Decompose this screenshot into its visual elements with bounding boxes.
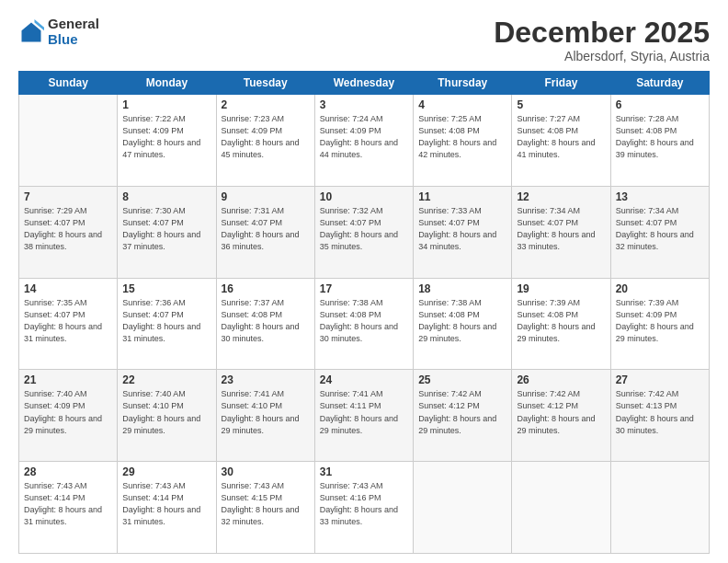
calendar-cell-4-1: 29Sunrise: 7:43 AMSunset: 4:14 PMDayligh… <box>118 462 216 554</box>
day-number: 24 <box>320 373 408 386</box>
day-detail: Sunrise: 7:32 AMSunset: 4:07 PMDaylight:… <box>320 205 408 253</box>
day-detail: Sunrise: 7:36 AMSunset: 4:07 PMDaylight:… <box>122 297 210 345</box>
calendar-cell-2-0: 14Sunrise: 7:35 AMSunset: 4:07 PMDayligh… <box>19 278 118 370</box>
day-number: 6 <box>616 98 704 111</box>
day-detail: Sunrise: 7:24 AMSunset: 4:09 PMDaylight:… <box>320 113 408 161</box>
day-number: 23 <box>222 373 310 386</box>
calendar-cell-2-4: 18Sunrise: 7:38 AMSunset: 4:08 PMDayligh… <box>414 278 512 370</box>
day-detail: Sunrise: 7:29 AMSunset: 4:07 PMDaylight:… <box>24 205 112 253</box>
calendar-cell-4-3: 31Sunrise: 7:43 AMSunset: 4:16 PMDayligh… <box>314 462 413 554</box>
day-detail: Sunrise: 7:39 AMSunset: 4:08 PMDaylight:… <box>517 297 605 345</box>
col-monday: Monday <box>118 72 216 95</box>
day-detail: Sunrise: 7:43 AMSunset: 4:14 PMDaylight:… <box>122 480 210 528</box>
day-number: 20 <box>616 282 704 295</box>
day-number: 14 <box>24 282 112 295</box>
calendar-cell-1-6: 13Sunrise: 7:34 AMSunset: 4:07 PMDayligh… <box>610 186 709 278</box>
month-title: December 2025 <box>494 17 710 49</box>
calendar-cell-1-0: 7Sunrise: 7:29 AMSunset: 4:07 PMDaylight… <box>19 186 118 278</box>
day-number: 28 <box>24 465 112 478</box>
day-number: 19 <box>517 282 605 295</box>
day-detail: Sunrise: 7:34 AMSunset: 4:07 PMDaylight:… <box>517 205 605 253</box>
col-tuesday: Tuesday <box>216 72 314 95</box>
day-detail: Sunrise: 7:23 AMSunset: 4:09 PMDaylight:… <box>222 113 310 161</box>
calendar-cell-4-0: 28Sunrise: 7:43 AMSunset: 4:14 PMDayligh… <box>19 462 118 554</box>
day-detail: Sunrise: 7:41 AMSunset: 4:10 PMDaylight:… <box>222 388 310 436</box>
day-detail: Sunrise: 7:38 AMSunset: 4:08 PMDaylight:… <box>320 297 408 345</box>
day-number: 13 <box>616 190 704 203</box>
calendar-cell-0-3: 3Sunrise: 7:24 AMSunset: 4:09 PMDaylight… <box>314 95 413 187</box>
calendar-cell-2-1: 15Sunrise: 7:36 AMSunset: 4:07 PMDayligh… <box>118 278 216 370</box>
day-number: 30 <box>222 465 310 478</box>
day-number: 2 <box>222 98 310 111</box>
day-detail: Sunrise: 7:27 AMSunset: 4:08 PMDaylight:… <box>517 113 605 161</box>
calendar-cell-2-5: 19Sunrise: 7:39 AMSunset: 4:08 PMDayligh… <box>512 278 610 370</box>
title-block: December 2025 Albersdorf, Styria, Austri… <box>494 17 710 63</box>
col-sunday: Sunday <box>19 72 118 95</box>
calendar-cell-4-2: 30Sunrise: 7:43 AMSunset: 4:15 PMDayligh… <box>216 462 314 554</box>
day-detail: Sunrise: 7:41 AMSunset: 4:11 PMDaylight:… <box>320 388 408 436</box>
calendar-cell-4-6 <box>610 462 709 554</box>
day-detail: Sunrise: 7:28 AMSunset: 4:08 PMDaylight:… <box>616 113 704 161</box>
col-thursday: Thursday <box>414 72 512 95</box>
day-number: 11 <box>418 190 506 203</box>
calendar-cell-1-5: 12Sunrise: 7:34 AMSunset: 4:07 PMDayligh… <box>512 186 610 278</box>
col-saturday: Saturday <box>610 72 709 95</box>
header: General Blue December 2025 Albersdorf, S… <box>18 17 710 63</box>
calendar-week-row-4: 28Sunrise: 7:43 AMSunset: 4:14 PMDayligh… <box>19 462 710 554</box>
day-detail: Sunrise: 7:42 AMSunset: 4:12 PMDaylight:… <box>418 388 506 436</box>
day-detail: Sunrise: 7:33 AMSunset: 4:07 PMDaylight:… <box>418 205 506 253</box>
day-number: 7 <box>24 190 112 203</box>
day-number: 8 <box>122 190 210 203</box>
day-number: 18 <box>418 282 506 295</box>
day-detail: Sunrise: 7:25 AMSunset: 4:08 PMDaylight:… <box>418 113 506 161</box>
calendar-cell-3-5: 26Sunrise: 7:42 AMSunset: 4:12 PMDayligh… <box>512 370 610 462</box>
logo-text: General Blue <box>48 17 99 47</box>
calendar-cell-0-4: 4Sunrise: 7:25 AMSunset: 4:08 PMDaylight… <box>414 95 512 187</box>
day-number: 3 <box>320 98 408 111</box>
calendar-cell-2-3: 17Sunrise: 7:38 AMSunset: 4:08 PMDayligh… <box>314 278 413 370</box>
day-detail: Sunrise: 7:37 AMSunset: 4:08 PMDaylight:… <box>222 297 310 345</box>
page: General Blue December 2025 Albersdorf, S… <box>0 0 728 563</box>
calendar-week-row-3: 21Sunrise: 7:40 AMSunset: 4:09 PMDayligh… <box>19 370 710 462</box>
day-detail: Sunrise: 7:22 AMSunset: 4:09 PMDaylight:… <box>122 113 210 161</box>
day-detail: Sunrise: 7:43 AMSunset: 4:16 PMDaylight:… <box>320 480 408 528</box>
calendar-cell-1-3: 10Sunrise: 7:32 AMSunset: 4:07 PMDayligh… <box>314 186 413 278</box>
day-detail: Sunrise: 7:43 AMSunset: 4:15 PMDaylight:… <box>222 480 310 528</box>
day-detail: Sunrise: 7:30 AMSunset: 4:07 PMDaylight:… <box>122 205 210 253</box>
day-number: 9 <box>222 190 310 203</box>
logo-icon <box>18 19 44 45</box>
col-friday: Friday <box>512 72 610 95</box>
calendar-cell-1-4: 11Sunrise: 7:33 AMSunset: 4:07 PMDayligh… <box>414 186 512 278</box>
calendar-cell-3-4: 25Sunrise: 7:42 AMSunset: 4:12 PMDayligh… <box>414 370 512 462</box>
calendar-cell-3-0: 21Sunrise: 7:40 AMSunset: 4:09 PMDayligh… <box>19 370 118 462</box>
calendar-cell-4-4 <box>414 462 512 554</box>
calendar-header-row: Sunday Monday Tuesday Wednesday Thursday… <box>19 72 710 95</box>
day-number: 25 <box>418 373 506 386</box>
day-detail: Sunrise: 7:40 AMSunset: 4:09 PMDaylight:… <box>24 388 112 436</box>
logo: General Blue <box>18 17 99 47</box>
calendar-cell-0-0 <box>19 95 118 187</box>
logo-blue-text: Blue <box>48 32 99 48</box>
day-number: 31 <box>320 465 408 478</box>
day-detail: Sunrise: 7:35 AMSunset: 4:07 PMDaylight:… <box>24 297 112 345</box>
day-number: 22 <box>122 373 210 386</box>
calendar-cell-3-2: 23Sunrise: 7:41 AMSunset: 4:10 PMDayligh… <box>216 370 314 462</box>
calendar-cell-0-6: 6Sunrise: 7:28 AMSunset: 4:08 PMDaylight… <box>610 95 709 187</box>
day-number: 26 <box>517 373 605 386</box>
calendar-cell-3-3: 24Sunrise: 7:41 AMSunset: 4:11 PMDayligh… <box>314 370 413 462</box>
day-number: 21 <box>24 373 112 386</box>
day-number: 10 <box>320 190 408 203</box>
day-detail: Sunrise: 7:34 AMSunset: 4:07 PMDaylight:… <box>616 205 704 253</box>
calendar-cell-0-1: 1Sunrise: 7:22 AMSunset: 4:09 PMDaylight… <box>118 95 216 187</box>
location-subtitle: Albersdorf, Styria, Austria <box>494 49 710 63</box>
day-detail: Sunrise: 7:42 AMSunset: 4:12 PMDaylight:… <box>517 388 605 436</box>
logo-general-text: General <box>48 17 99 32</box>
day-number: 5 <box>517 98 605 111</box>
col-wednesday: Wednesday <box>314 72 413 95</box>
day-detail: Sunrise: 7:38 AMSunset: 4:08 PMDaylight:… <box>418 297 506 345</box>
day-detail: Sunrise: 7:40 AMSunset: 4:10 PMDaylight:… <box>122 388 210 436</box>
calendar-cell-2-2: 16Sunrise: 7:37 AMSunset: 4:08 PMDayligh… <box>216 278 314 370</box>
day-number: 4 <box>418 98 506 111</box>
day-number: 15 <box>122 282 210 295</box>
day-detail: Sunrise: 7:39 AMSunset: 4:09 PMDaylight:… <box>616 297 704 345</box>
